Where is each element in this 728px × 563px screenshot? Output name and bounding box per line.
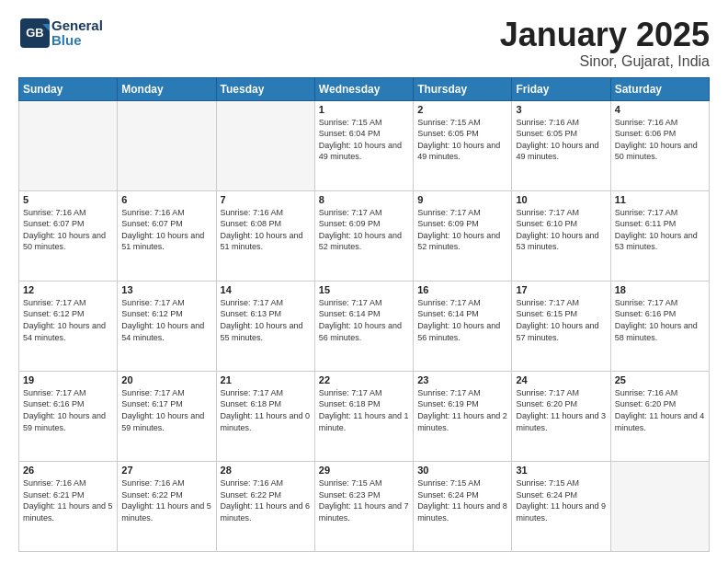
table-row: 7Sunrise: 7:16 AMSunset: 6:08 PMDaylight… bbox=[216, 190, 314, 281]
day-number: 7 bbox=[221, 194, 311, 205]
table-row: 9Sunrise: 7:17 AMSunset: 6:09 PMDaylight… bbox=[414, 190, 512, 281]
table-row: 24Sunrise: 7:17 AMSunset: 6:20 PMDayligh… bbox=[512, 371, 610, 461]
col-wednesday: Wednesday bbox=[314, 77, 413, 100]
day-info: Sunrise: 7:17 AMSunset: 6:20 PMDaylight:… bbox=[516, 387, 606, 433]
table-row: 10Sunrise: 7:17 AMSunset: 6:10 PMDayligh… bbox=[512, 190, 610, 281]
calendar-week-row: 5Sunrise: 7:16 AMSunset: 6:07 PMDaylight… bbox=[19, 190, 710, 281]
day-info: Sunrise: 7:15 AMSunset: 6:04 PMDaylight:… bbox=[319, 117, 409, 163]
table-row: 29Sunrise: 7:15 AMSunset: 6:23 PMDayligh… bbox=[314, 461, 413, 551]
day-number: 29 bbox=[319, 465, 409, 476]
calendar-week-row: 26Sunrise: 7:16 AMSunset: 6:21 PMDayligh… bbox=[19, 461, 710, 551]
day-info: Sunrise: 7:17 AMSunset: 6:11 PMDaylight:… bbox=[615, 207, 705, 253]
day-info: Sunrise: 7:17 AMSunset: 6:14 PMDaylight:… bbox=[417, 297, 507, 343]
day-info: Sunrise: 7:16 AMSunset: 6:07 PMDaylight:… bbox=[121, 207, 211, 253]
table-row: 28Sunrise: 7:16 AMSunset: 6:22 PMDayligh… bbox=[216, 461, 314, 551]
day-number: 15 bbox=[319, 284, 409, 295]
logo: GB General Blue bbox=[18, 17, 103, 50]
day-info: Sunrise: 7:17 AMSunset: 6:10 PMDaylight:… bbox=[516, 207, 606, 253]
table-row: 20Sunrise: 7:17 AMSunset: 6:17 PMDayligh… bbox=[118, 371, 216, 461]
day-number: 12 bbox=[23, 284, 113, 295]
day-info: Sunrise: 7:17 AMSunset: 6:18 PMDaylight:… bbox=[221, 387, 311, 433]
day-info: Sunrise: 7:17 AMSunset: 6:17 PMDaylight:… bbox=[121, 387, 211, 433]
day-info: Sunrise: 7:15 AMSunset: 6:24 PMDaylight:… bbox=[417, 477, 507, 523]
month-title: January 2025 bbox=[500, 17, 710, 53]
day-info: Sunrise: 7:16 AMSunset: 6:22 PMDaylight:… bbox=[221, 477, 311, 523]
day-info: Sunrise: 7:16 AMSunset: 6:05 PMDaylight:… bbox=[516, 117, 606, 163]
day-number: 27 bbox=[121, 465, 211, 476]
day-number: 25 bbox=[615, 374, 705, 385]
day-info: Sunrise: 7:16 AMSunset: 6:22 PMDaylight:… bbox=[121, 477, 211, 523]
day-number: 28 bbox=[221, 465, 311, 476]
title-block: January 2025 Sinor, Gujarat, India bbox=[500, 17, 710, 70]
svg-text:GB: GB bbox=[26, 26, 44, 40]
day-number: 30 bbox=[417, 465, 507, 476]
day-number: 20 bbox=[121, 374, 211, 385]
day-number: 4 bbox=[615, 104, 705, 115]
table-row: 11Sunrise: 7:17 AMSunset: 6:11 PMDayligh… bbox=[610, 190, 709, 281]
day-number: 14 bbox=[221, 284, 311, 295]
table-row: 12Sunrise: 7:17 AMSunset: 6:12 PMDayligh… bbox=[19, 281, 118, 371]
table-row bbox=[216, 100, 314, 190]
day-info: Sunrise: 7:17 AMSunset: 6:18 PMDaylight:… bbox=[319, 387, 409, 433]
logo-icon: GB bbox=[18, 17, 51, 50]
table-row: 18Sunrise: 7:17 AMSunset: 6:16 PMDayligh… bbox=[610, 281, 709, 371]
logo-blue: Blue bbox=[51, 33, 103, 49]
table-row: 13Sunrise: 7:17 AMSunset: 6:12 PMDayligh… bbox=[118, 281, 216, 371]
day-number: 18 bbox=[615, 284, 705, 295]
table-row: 15Sunrise: 7:17 AMSunset: 6:14 PMDayligh… bbox=[314, 281, 413, 371]
table-row: 21Sunrise: 7:17 AMSunset: 6:18 PMDayligh… bbox=[216, 371, 314, 461]
col-thursday: Thursday bbox=[414, 77, 512, 100]
day-number: 1 bbox=[319, 104, 409, 115]
page: GB General Blue January 2025 Sinor, Guja… bbox=[0, 0, 728, 563]
day-number: 5 bbox=[23, 194, 113, 205]
table-row: 5Sunrise: 7:16 AMSunset: 6:07 PMDaylight… bbox=[19, 190, 118, 281]
day-info: Sunrise: 7:16 AMSunset: 6:08 PMDaylight:… bbox=[221, 207, 311, 253]
table-row: 31Sunrise: 7:15 AMSunset: 6:24 PMDayligh… bbox=[512, 461, 610, 551]
day-number: 2 bbox=[417, 104, 507, 115]
day-number: 16 bbox=[417, 284, 507, 295]
table-row bbox=[610, 461, 709, 551]
header: GB General Blue January 2025 Sinor, Guja… bbox=[18, 17, 710, 70]
col-monday: Monday bbox=[118, 77, 216, 100]
day-info: Sunrise: 7:15 AMSunset: 6:05 PMDaylight:… bbox=[417, 117, 507, 163]
table-row: 1Sunrise: 7:15 AMSunset: 6:04 PMDaylight… bbox=[314, 100, 413, 190]
day-info: Sunrise: 7:17 AMSunset: 6:15 PMDaylight:… bbox=[516, 297, 606, 343]
calendar-header-row: Sunday Monday Tuesday Wednesday Thursday… bbox=[19, 77, 710, 100]
day-info: Sunrise: 7:17 AMSunset: 6:12 PMDaylight:… bbox=[23, 297, 113, 343]
calendar-table: Sunday Monday Tuesday Wednesday Thursday… bbox=[18, 77, 710, 552]
table-row: 17Sunrise: 7:17 AMSunset: 6:15 PMDayligh… bbox=[512, 281, 610, 371]
day-number: 3 bbox=[516, 104, 606, 115]
day-info: Sunrise: 7:17 AMSunset: 6:09 PMDaylight:… bbox=[417, 207, 507, 253]
col-sunday: Sunday bbox=[19, 77, 118, 100]
day-info: Sunrise: 7:17 AMSunset: 6:13 PMDaylight:… bbox=[221, 297, 311, 343]
table-row bbox=[19, 100, 118, 190]
day-number: 21 bbox=[221, 374, 311, 385]
day-info: Sunrise: 7:17 AMSunset: 6:19 PMDaylight:… bbox=[417, 387, 507, 433]
day-number: 31 bbox=[516, 465, 606, 476]
table-row: 3Sunrise: 7:16 AMSunset: 6:05 PMDaylight… bbox=[512, 100, 610, 190]
day-number: 6 bbox=[121, 194, 211, 205]
day-number: 8 bbox=[319, 194, 409, 205]
col-saturday: Saturday bbox=[610, 77, 709, 100]
day-info: Sunrise: 7:16 AMSunset: 6:20 PMDaylight:… bbox=[615, 387, 705, 433]
logo-text: General Blue bbox=[51, 18, 103, 49]
day-info: Sunrise: 7:16 AMSunset: 6:07 PMDaylight:… bbox=[23, 207, 113, 253]
day-info: Sunrise: 7:15 AMSunset: 6:24 PMDaylight:… bbox=[516, 477, 606, 523]
table-row: 27Sunrise: 7:16 AMSunset: 6:22 PMDayligh… bbox=[118, 461, 216, 551]
day-info: Sunrise: 7:17 AMSunset: 6:14 PMDaylight:… bbox=[319, 297, 409, 343]
day-number: 13 bbox=[121, 284, 211, 295]
col-tuesday: Tuesday bbox=[216, 77, 314, 100]
logo-general: General bbox=[51, 18, 103, 34]
table-row bbox=[118, 100, 216, 190]
calendar-week-row: 1Sunrise: 7:15 AMSunset: 6:04 PMDaylight… bbox=[19, 100, 710, 190]
table-row: 14Sunrise: 7:17 AMSunset: 6:13 PMDayligh… bbox=[216, 281, 314, 371]
day-number: 17 bbox=[516, 284, 606, 295]
table-row: 16Sunrise: 7:17 AMSunset: 6:14 PMDayligh… bbox=[414, 281, 512, 371]
day-number: 10 bbox=[516, 194, 606, 205]
day-info: Sunrise: 7:15 AMSunset: 6:23 PMDaylight:… bbox=[319, 477, 409, 523]
table-row: 26Sunrise: 7:16 AMSunset: 6:21 PMDayligh… bbox=[19, 461, 118, 551]
day-info: Sunrise: 7:17 AMSunset: 6:12 PMDaylight:… bbox=[121, 297, 211, 343]
table-row: 23Sunrise: 7:17 AMSunset: 6:19 PMDayligh… bbox=[414, 371, 512, 461]
location: Sinor, Gujarat, India bbox=[500, 53, 710, 70]
day-info: Sunrise: 7:17 AMSunset: 6:09 PMDaylight:… bbox=[319, 207, 409, 253]
